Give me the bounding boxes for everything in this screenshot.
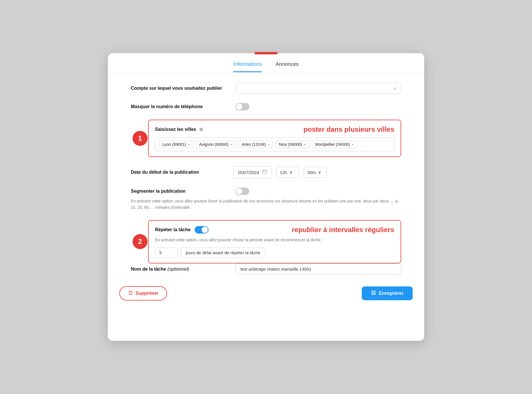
repeat-title: Répéter la tâche (155, 227, 191, 232)
cities-section-box: Saisissez les villes ⧉ poster dans plusi… (148, 120, 401, 157)
task-name-input[interactable] (236, 263, 401, 275)
city-tag-lyon: Lyon (69001) × (159, 141, 193, 148)
compte-select[interactable]: ∨ (236, 83, 401, 94)
masquer-row: Masquer le numéro de téléphone (131, 103, 401, 110)
city-tag-nice-remove[interactable]: × (304, 142, 306, 147)
city-tag-lyon-remove[interactable]: × (188, 142, 190, 147)
compte-row: Compte sur lequel vous souhaitez publier… (131, 83, 401, 94)
city-tag-avignon-remove[interactable]: × (230, 142, 233, 147)
save-icon (371, 290, 376, 297)
task-name-label: Nom de la tâche (optionnel) (131, 267, 229, 272)
cities-badge-wrap: 1 (133, 131, 148, 146)
save-button[interactable]: Enregistrer (362, 286, 413, 300)
repeat-annotation: republier à intervalles réguliers (292, 226, 394, 234)
repeat-toggle[interactable] (195, 226, 208, 234)
cities-annotation: poster dans plusieurs villes (303, 125, 394, 133)
segment-description: En activant cette option, vous allez pou… (131, 198, 401, 211)
copy-icon[interactable]: ⧉ (200, 127, 203, 132)
tab-informations[interactable]: Informations (233, 61, 262, 72)
days-input[interactable] (155, 248, 178, 258)
repeat-badge: 2 (133, 234, 148, 249)
repeat-section-box: Répéter la tâche republier à intervalles… (148, 220, 401, 263)
cities-field[interactable]: Lyon (69001) × Avignon (84000) × Arles (… (155, 137, 394, 151)
minute-value: 30m (307, 170, 316, 175)
masquer-toggle-wrap (236, 103, 249, 110)
task-name-row: Nom de la tâche (optionnel) (131, 263, 401, 275)
days-label: jours de délai avant de répéter la tâche (181, 248, 265, 258)
date-input[interactable]: 25/07/2024 (233, 166, 271, 178)
segment-toggle[interactable] (236, 188, 249, 195)
city-tag-montpellier-text: Montpellier (34000) (315, 142, 350, 147)
repeat-description: En activant cette option, vous allez pou… (155, 237, 394, 243)
chevron-down-icon: ∨ (393, 86, 396, 91)
repeat-badge-wrap: 2 (133, 234, 148, 249)
save-label: Enregistrer (379, 291, 403, 296)
hour-value: 12h (280, 170, 287, 175)
date-label: Date du début de la publication (131, 170, 229, 175)
cities-section-wrapper: 1 Saisissez les villes ⧉ poster dans plu… (148, 120, 401, 157)
segment-toggle-wrap (236, 188, 249, 195)
svg-rect-10 (372, 293, 375, 294)
city-tag-arles-remove[interactable]: × (268, 142, 270, 147)
masquer-label: Masquer le numéro de téléphone (131, 104, 229, 109)
tab-annonces[interactable]: Annonces (275, 61, 298, 72)
city-tag-arles: Arles (13104) × (239, 141, 273, 148)
form-content: Compte sur lequel vous souhaitez publier… (108, 83, 424, 275)
compte-label: Compte sur lequel vous souhaitez publier (131, 86, 229, 91)
trash-icon (128, 290, 133, 297)
city-tag-montpellier-remove[interactable]: × (352, 142, 354, 147)
svg-rect-0 (263, 170, 267, 174)
repeat-section-wrapper: 2 Répéter la tâche republier à intervall… (148, 220, 401, 263)
segment-label: Segmenter la publication (131, 189, 229, 194)
hour-chevron-icon: ∨ (289, 170, 292, 175)
cities-badge: 1 (133, 131, 148, 146)
cities-header: Saisissez les villes ⧉ poster dans plusi… (155, 125, 394, 133)
date-value: 25/07/2024 (238, 170, 259, 175)
city-tag-arles-text: Arles (13104) (242, 142, 266, 147)
minute-chevron-icon: ∨ (318, 170, 321, 175)
city-tag-avignon-text: Avignon (84000) (199, 142, 229, 147)
red-top-bar (254, 52, 278, 54)
city-tag-avignon: Avignon (84000) × (196, 141, 236, 148)
calendar-icon (262, 169, 267, 175)
delete-button[interactable]: Supprimer (119, 286, 167, 301)
city-tag-nice-text: Nice (06000) (279, 142, 302, 147)
repeat-header: Répéter la tâche republier à intervalles… (155, 226, 394, 234)
city-tag-lyon-text: Lyon (69001) (162, 142, 186, 147)
cities-title: Saisissez les villes (155, 127, 196, 132)
modal: Informations Annonces Compte sur lequel … (108, 53, 424, 341)
tabs-container: Informations Annonces (108, 53, 424, 72)
masquer-toggle[interactable] (236, 103, 249, 110)
city-tag-nice: Nice (06000) × (276, 141, 309, 148)
minute-select[interactable]: 30m ∨ (304, 167, 327, 178)
city-tag-montpellier: Montpellier (34000) × (312, 141, 357, 148)
delete-label: Supprimer (135, 291, 158, 296)
footer: Supprimer Enregistrer (108, 286, 424, 301)
repeat-days-row: jours de délai avant de répéter la tâche (155, 248, 394, 258)
hour-select[interactable]: 12h ∨ (276, 167, 299, 178)
date-row: Date du début de la publication 25/07/20… (131, 166, 401, 178)
segment-row: Segmenter la publication (131, 188, 401, 195)
